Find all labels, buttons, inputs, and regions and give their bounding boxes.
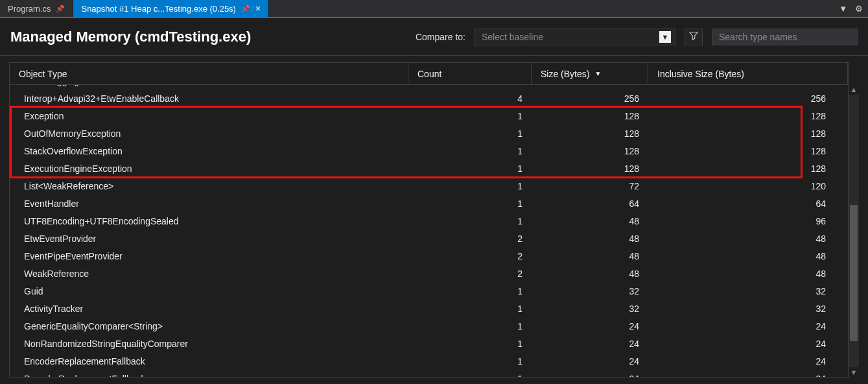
baseline-placeholder: Select baseline: [482, 32, 543, 42]
table-row[interactable]: EventHandler16464: [10, 195, 848, 212]
cell-size: 256: [532, 85, 648, 86]
tab-strip: Program.cs 📌 Snapshot #1 Heap c...Testin…: [0, 0, 868, 18]
column-header-type[interactable]: Object Type: [10, 63, 408, 84]
cell-type: EventHandler: [10, 198, 408, 209]
pin-icon[interactable]: 📌: [56, 5, 65, 13]
cell-count: 2: [408, 269, 532, 279]
column-header-size[interactable]: Size (Bytes) ▼: [532, 63, 648, 84]
cell-type: EncoderReplacementFallback: [10, 356, 408, 366]
cell-type: EventPipeEventProvider: [10, 251, 408, 261]
cell-size: 64: [532, 198, 648, 209]
table-row[interactable]: EncoderReplacementFallback12424: [10, 352, 848, 370]
search-box[interactable]: [712, 29, 858, 45]
cell-count: 1: [408, 163, 532, 174]
cell-size: 32: [532, 304, 648, 314]
table-row[interactable]: UTF8Encoding+UTF8EncodingSealed14896: [10, 212, 848, 230]
cell-size: 24: [532, 321, 648, 331]
cell-type: GenericEqualityComparer<String>: [10, 321, 408, 331]
column-header-inclusive[interactable]: Inclusive Size (Bytes): [648, 63, 848, 84]
header-bar: Managed Memory (cmdTesting.exe) Compare …: [0, 18, 868, 56]
cell-size: 128: [532, 146, 648, 156]
cell-type: NonRandomizedStringEqualityComparer: [10, 339, 408, 349]
cell-inclusive: 24: [648, 374, 848, 378]
table-row[interactable]: Exception1128128: [10, 107, 848, 125]
dropdown-icon[interactable]: ▼: [839, 4, 847, 14]
page-title: Managed Memory (cmdTesting.exe): [10, 29, 251, 45]
search-input[interactable]: [719, 32, 850, 42]
cell-count: 2: [408, 85, 532, 86]
cell-count: 1: [408, 111, 532, 121]
table-row[interactable]: Interop+Advapi32+EtwEnableCallback425625…: [10, 90, 848, 107]
cell-count: 1: [408, 216, 532, 226]
cell-type: EtwEventProvider: [10, 234, 408, 244]
cell-inclusive: 256: [648, 93, 848, 104]
cell-size: 128: [532, 111, 648, 121]
cell-type: List<WeakReference>: [10, 181, 408, 191]
scroll-track[interactable]: [849, 95, 859, 367]
cell-type: TraceLoggingEventHandleTable: [10, 85, 408, 86]
cell-inclusive: 24: [648, 339, 848, 349]
cell-size: 24: [532, 374, 648, 378]
filter-button[interactable]: [685, 29, 703, 45]
table-row[interactable]: EventPipeEventProvider24848: [10, 247, 848, 265]
cell-size: 128: [532, 163, 648, 174]
table-row[interactable]: StackOverflowException1128128: [10, 142, 848, 160]
sort-desc-icon: ▼: [594, 70, 601, 77]
table-row[interactable]: WeakReference24848: [10, 265, 848, 282]
cell-size: 48: [532, 269, 648, 279]
rows-viewport: TraceLoggingEventHandleTable2256256Inter…: [10, 85, 848, 377]
cell-type: OutOfMemoryException: [10, 128, 408, 139]
cell-count: 1: [408, 286, 532, 296]
scroll-up-icon[interactable]: ▲: [849, 84, 859, 95]
table-row[interactable]: NonRandomizedStringEqualityComparer12424: [10, 335, 848, 352]
vertical-scrollbar[interactable]: ▲ ▼: [849, 84, 859, 378]
cell-size: 72: [532, 181, 648, 191]
cell-inclusive: 48: [648, 234, 848, 244]
cell-inclusive: 256: [648, 85, 848, 86]
cell-inclusive: 128: [648, 111, 848, 121]
cell-type: ActivityTracker: [10, 304, 408, 314]
cell-inclusive: 32: [648, 304, 848, 314]
table-row[interactable]: Guid13232: [10, 282, 848, 300]
table-row[interactable]: GenericEqualityComparer<String>12424: [10, 317, 848, 335]
cell-inclusive: 128: [648, 128, 848, 139]
cell-inclusive: 128: [648, 146, 848, 156]
cell-type: ExecutionEngineException: [10, 163, 408, 174]
table-row[interactable]: DecoderReplacementFallback12424: [10, 370, 848, 377]
cell-count: 1: [408, 128, 532, 139]
cell-count: 1: [408, 304, 532, 314]
table-row[interactable]: EtwEventProvider24848: [10, 230, 848, 247]
gear-icon[interactable]: ⚙: [855, 4, 863, 14]
tab-label: Program.cs: [8, 4, 51, 14]
cell-size: 48: [532, 251, 648, 261]
cell-inclusive: 32: [648, 286, 848, 296]
cell-type: WeakReference: [10, 269, 408, 279]
cell-inclusive: 64: [648, 198, 848, 209]
tab-program[interactable]: Program.cs 📌: [0, 0, 73, 17]
scroll-down-icon[interactable]: ▼: [849, 367, 859, 378]
table-row[interactable]: ExecutionEngineException1128128: [10, 160, 848, 177]
table-row[interactable]: List<WeakReference>172120: [10, 177, 848, 195]
table-row[interactable]: OutOfMemoryException1128128: [10, 125, 848, 142]
tab-snapshot[interactable]: Snapshot #1 Heap c...Testing.exe (0.25s)…: [73, 0, 269, 17]
cell-inclusive: 48: [648, 251, 848, 261]
tab-label: Snapshot #1 Heap c...Testing.exe (0.25s): [81, 4, 235, 14]
cell-count: 2: [408, 251, 532, 261]
scroll-thumb[interactable]: [850, 205, 858, 341]
chevron-down-icon[interactable]: ▼: [659, 31, 671, 43]
cell-count: 1: [408, 356, 532, 366]
cell-count: 1: [408, 146, 532, 156]
table-row[interactable]: TraceLoggingEventHandleTable2256256: [10, 85, 848, 90]
rows-container: TraceLoggingEventHandleTable2256256Inter…: [10, 85, 848, 377]
filter-icon: [689, 31, 698, 42]
close-icon[interactable]: ×: [255, 4, 261, 13]
table-row[interactable]: ActivityTracker13232: [10, 300, 848, 317]
compare-label: Compare to:: [416, 32, 465, 42]
column-header-count[interactable]: Count: [408, 63, 532, 84]
cell-size: 256: [532, 93, 648, 104]
pin-icon[interactable]: 📌: [241, 5, 250, 13]
cell-type: UTF8Encoding+UTF8EncodingSealed: [10, 216, 408, 226]
cell-size: 24: [532, 339, 648, 349]
column-headers: Object Type Count Size (Bytes) ▼ Inclusi…: [10, 63, 848, 85]
baseline-select[interactable]: Select baseline ▼: [475, 29, 675, 45]
